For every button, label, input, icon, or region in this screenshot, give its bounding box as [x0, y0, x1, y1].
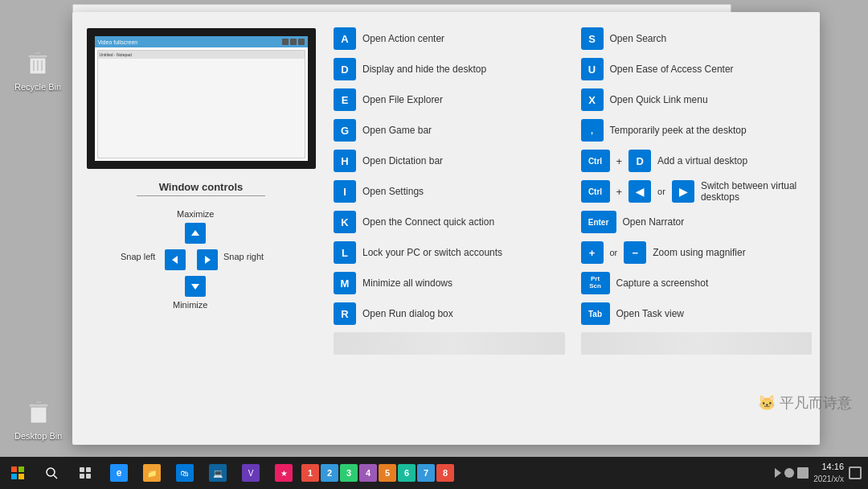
- desktop-bin-label: Desktop Bin: [14, 431, 62, 441]
- ie-app[interactable]: e: [103, 457, 135, 489]
- key-plus: +: [581, 241, 604, 264]
- store-app[interactable]: 🛍: [169, 457, 201, 489]
- clock-date: 2021/x/x: [813, 474, 844, 485]
- key-m: M: [334, 272, 356, 294]
- shortcut-i: I Open Settings: [334, 177, 565, 206]
- key-g: G: [334, 119, 356, 142]
- shortcut-h: H Open Dictation bar: [334, 146, 565, 175]
- tray-icons: [775, 467, 809, 479]
- blurred-row-right: [581, 332, 813, 355]
- desc-i: Open Settings: [362, 186, 424, 197]
- shortcuts-right-column: S Open Search U Open Ease of Access Cent…: [581, 24, 813, 437]
- snap-right-button[interactable]: [197, 249, 218, 270]
- shortcut-plus-minus: + or − Zoom using magnifier: [581, 238, 813, 267]
- desc-g: Open Game bar: [362, 125, 432, 136]
- key-comma: ,: [581, 119, 604, 142]
- shortcut-comma: , Temporarily peek at the desktop: [581, 116, 813, 145]
- svg-rect-14: [18, 466, 24, 472]
- shortcut-r: R Open Run dialog box: [334, 299, 565, 328]
- file-explorer-app[interactable]: 📁: [136, 457, 168, 489]
- desc-x: Open Quick Link menu: [610, 94, 708, 105]
- svg-marker-11: [205, 256, 211, 264]
- key-e: E: [334, 88, 356, 111]
- key-right-arrow: ▶: [672, 180, 694, 203]
- maximize-button[interactable]: [185, 223, 206, 244]
- svg-rect-22: [86, 474, 91, 479]
- svg-line-18: [54, 475, 57, 479]
- key-s: S: [581, 27, 604, 50]
- window-controls-section: Window controls Maximize Snap left: [121, 181, 281, 302]
- svg-rect-15: [11, 474, 17, 479]
- svg-rect-6: [31, 405, 47, 423]
- key-ctrl: Ctrl: [581, 150, 610, 172]
- desc-prtscn: Capture a screenshot: [616, 277, 709, 289]
- desc-s: Open Search: [610, 33, 667, 44]
- desc-ctrl-d: Add a virtual desktop: [657, 155, 747, 166]
- shortcut-a: A Open Action center: [334, 24, 565, 53]
- taskbar-left: e 📁 🛍 💻: [0, 457, 454, 489]
- snap-left-button[interactable]: [165, 249, 186, 270]
- notification-center[interactable]: [849, 466, 862, 479]
- shortcut-tab: Tab Open Task view: [581, 299, 813, 328]
- app5[interactable]: V: [235, 457, 267, 489]
- desc-a: Open Action center: [362, 33, 444, 44]
- svg-rect-13: [11, 466, 17, 472]
- tray-arrow[interactable]: [775, 468, 781, 478]
- desc-e: Open File Explorer: [362, 94, 443, 105]
- num-5[interactable]: 5: [379, 464, 396, 482]
- tray-volume[interactable]: [797, 467, 809, 479]
- app6[interactable]: ★: [268, 457, 300, 489]
- taskbar-pinned-apps: e 📁 🛍 💻: [103, 457, 300, 489]
- taskbar-numbers: 1 2 3 4 5 6 7 8: [301, 464, 454, 482]
- shortcut-e: E Open File Explorer: [334, 85, 565, 114]
- key-prtscn: PrtScn: [581, 272, 610, 294]
- svg-rect-20: [86, 467, 91, 472]
- clock[interactable]: 14:16 2021/x/x: [813, 461, 844, 484]
- num-2[interactable]: 2: [321, 464, 338, 482]
- taskbar: e 📁 🛍 💻: [0, 457, 868, 489]
- desc-m: Minimize all windows: [362, 277, 452, 289]
- shortcut-s: S Open Search: [581, 24, 813, 53]
- desc-k: Open the Connect quick action: [362, 216, 494, 228]
- key-x: X: [581, 88, 604, 111]
- start-button[interactable]: [2, 457, 34, 489]
- minimize-button[interactable]: [185, 276, 206, 297]
- svg-rect-16: [18, 474, 24, 479]
- desktop-bin[interactable]: Desktop Bin: [14, 397, 62, 441]
- main-card: Video fullscreen Untitled - Notepad: [72, 12, 820, 445]
- shortcut-k: K Open the Connect quick action: [334, 208, 565, 236]
- shortcut-x: X Open Quick Link menu: [581, 85, 813, 114]
- key-tab: Tab: [581, 302, 610, 325]
- num-6[interactable]: 6: [398, 464, 416, 482]
- or-1: or: [657, 187, 665, 196]
- key-minus: −: [624, 241, 646, 264]
- recycle-bin-icon[interactable]: Recycle Bin: [14, 48, 61, 92]
- recycle-bin-label: Recycle Bin: [14, 82, 61, 92]
- desc-ctrl-arrows: Switch between virtual desktops: [701, 180, 812, 203]
- svg-rect-21: [80, 474, 84, 479]
- shortcut-enter: Enter Open Narrator: [581, 208, 813, 236]
- num-1[interactable]: 1: [301, 464, 319, 482]
- snap-right-label: Snap right: [223, 252, 264, 261]
- key-enter: Enter: [581, 211, 616, 233]
- search-button[interactable]: [35, 457, 68, 489]
- vscode-app[interactable]: 💻: [202, 457, 234, 489]
- svg-rect-1: [28, 55, 47, 58]
- num-7[interactable]: 7: [417, 464, 435, 482]
- key-d2: D: [628, 150, 651, 172]
- num-8[interactable]: 8: [436, 464, 454, 482]
- desc-d: Display and hide the desktop: [362, 64, 486, 75]
- desc-l: Lock your PC or switch accounts: [362, 247, 502, 258]
- num-4[interactable]: 4: [359, 464, 377, 482]
- tray-network[interactable]: [784, 468, 794, 478]
- blurred-row-left: [334, 332, 565, 355]
- clock-time: 14:16: [813, 461, 844, 473]
- key-r: R: [334, 302, 356, 325]
- shortcut-ctrl-d: Ctrl + D Add a virtual desktop: [581, 146, 813, 175]
- key-ctrl2: Ctrl: [581, 180, 610, 203]
- svg-rect-8: [35, 401, 42, 404]
- task-view-button[interactable]: [69, 457, 101, 489]
- num-3[interactable]: 3: [340, 464, 358, 482]
- watermark: 🐱 平凡而诗意: [758, 393, 852, 413]
- maximize-label: Maximize: [177, 209, 214, 219]
